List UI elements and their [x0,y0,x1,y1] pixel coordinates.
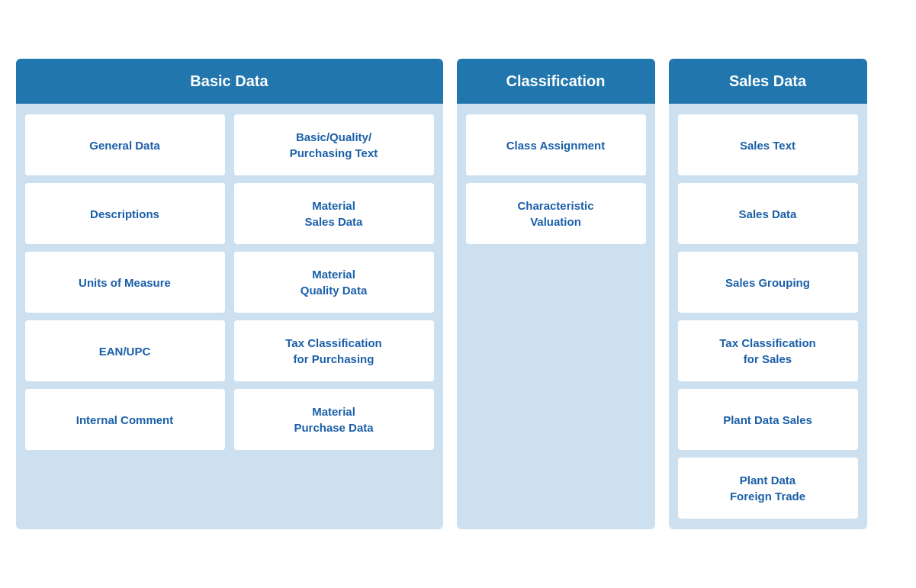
basic-data-header: Basic Data [16,59,443,104]
classification-header: Classification [457,59,655,104]
page-wrapper: Basic Data General Data Descriptions Uni… [16,59,901,529]
card-basic-quality-purchasing-text[interactable]: Basic/Quality/Purchasing Text [234,114,434,175]
card-general-data[interactable]: General Data [25,114,225,175]
card-units-of-measure[interactable]: Units of Measure [25,252,225,313]
card-material-purchase-data[interactable]: MaterialPurchase Data [234,389,434,450]
card-plant-data-foreign-trade[interactable]: Plant DataForeign Trade [678,458,858,519]
card-tax-classification-sales[interactable]: Tax Classificationfor Sales [678,320,858,381]
card-descriptions[interactable]: Descriptions [25,183,225,244]
card-sales-data[interactable]: Sales Data [678,183,858,244]
card-ean-upc[interactable]: EAN/UPC [25,320,225,381]
sales-data-column: Sales Data Sales Text Sales Data Sales G… [669,59,867,529]
card-sales-grouping[interactable]: Sales Grouping [678,252,858,313]
sales-data-header: Sales Data [669,59,867,104]
basic-data-left-subcol: General Data Descriptions Units of Measu… [25,114,225,519]
card-plant-data-sales[interactable]: Plant Data Sales [678,389,858,450]
card-tax-classification-purchasing[interactable]: Tax Classificationfor Purchasing [234,320,434,381]
classification-column: Classification Class Assignment Characte… [457,59,655,529]
basic-data-column: Basic Data General Data Descriptions Uni… [16,59,443,529]
card-sales-text[interactable]: Sales Text [678,114,858,175]
sales-data-body: Sales Text Sales Data Sales Grouping Tax… [669,104,867,529]
classification-body: Class Assignment CharacteristicValuation [457,104,655,529]
card-class-assignment[interactable]: Class Assignment [466,114,646,175]
basic-data-right-subcol: Basic/Quality/Purchasing Text MaterialSa… [234,114,434,519]
basic-data-body: General Data Descriptions Units of Measu… [16,104,443,529]
card-material-sales-data[interactable]: MaterialSales Data [234,183,434,244]
card-material-quality-data[interactable]: MaterialQuality Data [234,252,434,313]
card-characteristic-valuation[interactable]: CharacteristicValuation [466,183,646,244]
card-internal-comment[interactable]: Internal Comment [25,389,225,450]
